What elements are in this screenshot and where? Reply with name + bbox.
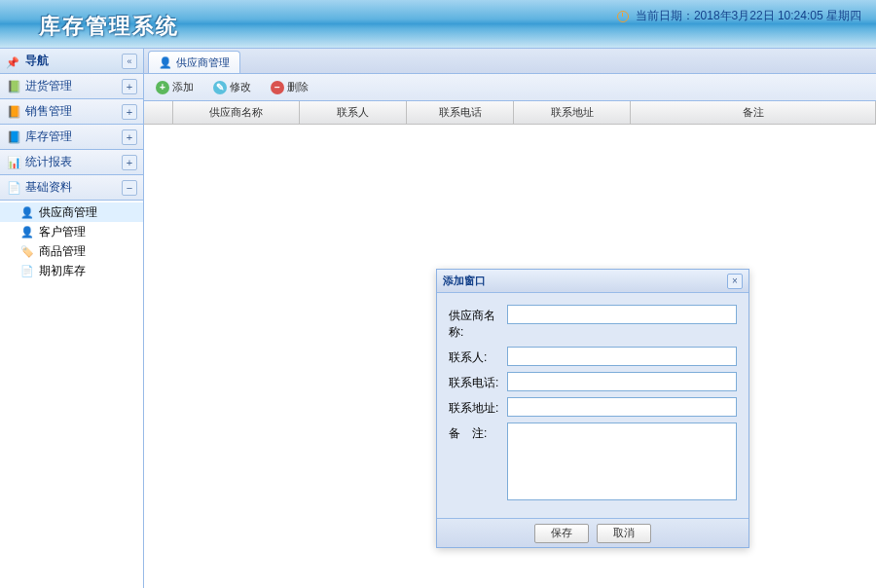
btn-label: 删除 xyxy=(287,80,309,94)
nav-item-reports[interactable]: 📊 统计报表 + xyxy=(0,150,143,175)
add-dialog: 添加窗口 × 供应商名称: 联系人: 联系电话: 联系地址: xyxy=(436,269,749,548)
nav-header: 导航 « xyxy=(0,49,143,74)
close-button[interactable]: × xyxy=(727,274,743,289)
tree-item-initstock[interactable]: 📄 期初库存 xyxy=(0,261,143,280)
expand-button[interactable]: + xyxy=(122,129,137,145)
nav-label: 统计报表 xyxy=(25,154,122,170)
dialog-body: 供应商名称: 联系人: 联系电话: 联系地址: 备 注: xyxy=(437,293,748,518)
date-value: 2018年3月22日 10:24:05 星期四 xyxy=(694,9,861,22)
form-label: 备 注: xyxy=(449,423,507,442)
btn-label: 修改 xyxy=(230,80,251,94)
sidebar: 导航 « 📗 进货管理 + 📙 销售管理 + 📘 库存管理 + 📊 统计报表 +… xyxy=(0,49,144,588)
collapse-button[interactable]: « xyxy=(122,54,137,69)
grid-header: 供应商名称 联系人 联系电话 联系地址 备注 xyxy=(144,101,876,125)
nav-item-inventory[interactable]: 📘 库存管理 + xyxy=(0,125,143,150)
tree-item-supplier[interactable]: 👤 供应商管理 xyxy=(0,202,143,222)
expand-button[interactable]: + xyxy=(122,104,137,120)
form-label: 联系地址: xyxy=(449,397,507,417)
book-icon: 📙 xyxy=(6,104,21,120)
edit-button[interactable]: ✎ 修改 xyxy=(207,78,257,96)
book-icon: 📘 xyxy=(6,129,21,145)
user-icon: 👤 xyxy=(19,204,35,220)
book-icon: 📗 xyxy=(6,79,21,94)
doc-icon: 📄 xyxy=(19,263,35,278)
contact-input[interactable] xyxy=(507,347,737,366)
tab-label: 供应商管理 xyxy=(176,55,230,70)
doc-icon: 📄 xyxy=(6,180,21,196)
grid-col-remark[interactable]: 备注 xyxy=(631,101,876,124)
nav-label: 库存管理 xyxy=(25,129,122,145)
nav-item-sales[interactable]: 📙 销售管理 + xyxy=(0,99,143,125)
tag-icon: 🏷️ xyxy=(19,243,35,259)
form-row-remark: 备 注: xyxy=(449,423,737,500)
tree-item-customer[interactable]: 👤 客户管理 xyxy=(0,222,143,241)
main-layout: 导航 « 📗 进货管理 + 📙 销售管理 + 📘 库存管理 + 📊 统计报表 +… xyxy=(0,49,876,588)
form-label: 联系人: xyxy=(449,347,507,366)
cancel-button[interactable]: 取消 xyxy=(597,524,651,543)
form-label: 供应商名称: xyxy=(449,305,507,341)
plus-icon: + xyxy=(156,81,169,94)
form-label: 联系电话: xyxy=(449,372,507,391)
nav-item-purchase[interactable]: 📗 进货管理 + xyxy=(0,74,143,99)
current-date: 当前日期：2018年3月22日 10:24:05 星期四 xyxy=(617,8,861,24)
btn-label: 添加 xyxy=(172,80,194,94)
delete-button[interactable]: − 删除 xyxy=(265,78,314,96)
nav-title: 导航 xyxy=(21,53,122,69)
tree-item-product[interactable]: 🏷️ 商品管理 xyxy=(0,241,143,261)
minus-icon: − xyxy=(271,81,284,94)
grid-col-name[interactable]: 供应商名称 xyxy=(173,101,300,124)
user-icon: 👤 xyxy=(159,56,172,69)
tree-label: 供应商管理 xyxy=(39,204,97,221)
nav-item-basedata[interactable]: 📄 基础资料 − xyxy=(0,175,143,201)
expand-button[interactable]: + xyxy=(122,155,137,170)
date-prefix: 当前日期： xyxy=(636,9,694,22)
form-row-address: 联系地址: xyxy=(449,397,737,417)
tree-label: 期初库存 xyxy=(39,263,86,279)
toolbar: + 添加 ✎ 修改 − 删除 xyxy=(144,74,876,101)
grid-col-phone[interactable]: 联系电话 xyxy=(407,101,514,124)
clock-icon xyxy=(617,11,629,22)
remark-textarea[interactable] xyxy=(507,423,737,500)
save-button[interactable]: 保存 xyxy=(534,524,589,543)
grid-col-address[interactable]: 联系地址 xyxy=(514,101,631,124)
nav-label: 基础资料 xyxy=(25,179,122,196)
tree-view: 👤 供应商管理 👤 客户管理 🏷️ 商品管理 📄 期初库存 xyxy=(0,201,143,588)
pin-icon xyxy=(6,55,18,67)
supplier-name-input[interactable] xyxy=(507,305,737,324)
edit-icon: ✎ xyxy=(213,81,227,94)
nav-label: 进货管理 xyxy=(25,78,122,94)
form-row-phone: 联系电话: xyxy=(449,372,737,391)
content-area: 👤 供应商管理 + 添加 ✎ 修改 − 删除 供应商名称 联系人 联系电话 xyxy=(144,49,876,588)
phone-input[interactable] xyxy=(507,372,737,391)
app-header: 库存管理系统 当前日期：2018年3月22日 10:24:05 星期四 xyxy=(0,0,876,49)
tab-bar: 👤 供应商管理 xyxy=(144,49,876,74)
dialog-header[interactable]: 添加窗口 × xyxy=(437,270,748,293)
grid-col-checkbox[interactable] xyxy=(144,101,173,124)
user-icon: 👤 xyxy=(19,224,35,239)
form-row-name: 供应商名称: xyxy=(449,305,737,341)
tab-supplier[interactable]: 👤 供应商管理 xyxy=(148,51,240,73)
collapse-button[interactable]: − xyxy=(122,180,137,196)
nav-label: 销售管理 xyxy=(25,103,122,120)
app-title: 库存管理系统 xyxy=(39,12,179,41)
grid-col-contact[interactable]: 联系人 xyxy=(300,101,407,124)
add-button[interactable]: + 添加 xyxy=(150,78,200,96)
expand-button[interactable]: + xyxy=(122,79,137,94)
dialog-footer: 保存 取消 xyxy=(437,518,748,547)
dialog-title: 添加窗口 xyxy=(443,274,727,288)
chart-icon: 📊 xyxy=(6,155,21,170)
tree-label: 商品管理 xyxy=(39,243,86,260)
form-row-contact: 联系人: xyxy=(449,347,737,366)
address-input[interactable] xyxy=(507,397,737,417)
tree-label: 客户管理 xyxy=(39,224,86,240)
